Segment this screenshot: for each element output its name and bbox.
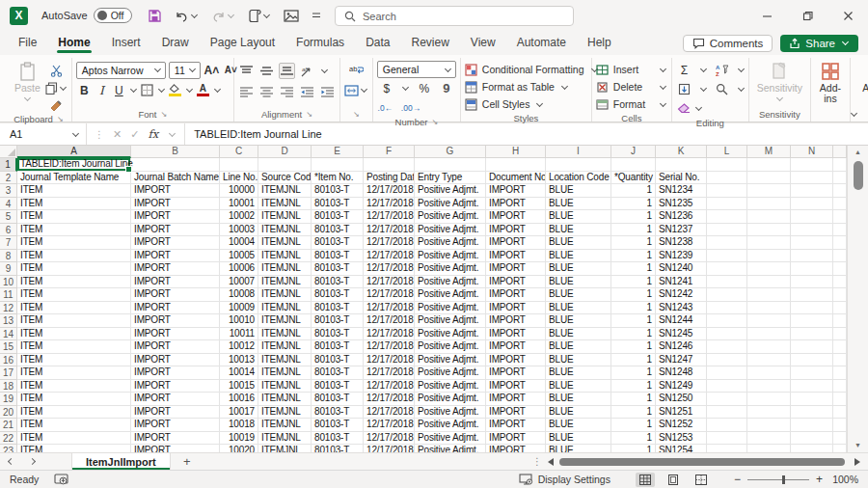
save-button[interactable]	[148, 9, 162, 23]
cell-F17[interactable]: 12/17/2018	[364, 366, 415, 380]
tab-automate[interactable]: Automate	[506, 33, 577, 54]
row-header-7[interactable]: 7	[0, 236, 17, 250]
cell-D2[interactable]: Source Code	[258, 172, 312, 185]
cell-G18[interactable]: Positive Adjmt.	[415, 380, 486, 393]
name-box[interactable]: A1	[0, 123, 87, 145]
row-header-2[interactable]: 2	[0, 172, 17, 185]
cell-H11[interactable]: IMPORT	[486, 288, 546, 302]
cell-E16[interactable]: 80103-T	[312, 354, 364, 367]
cell-J9[interactable]: 1	[611, 262, 656, 276]
cell-D11[interactable]: ITEMJNL	[258, 288, 312, 302]
cell-H7[interactable]: IMPORT	[486, 236, 546, 250]
italic-button[interactable]: I	[94, 82, 110, 98]
cell-K12[interactable]: SN1243	[656, 302, 707, 315]
row-header-17[interactable]: 17	[0, 366, 17, 380]
cell-F9[interactable]: 12/17/2018	[364, 262, 415, 276]
cell-K7[interactable]: SN1238	[656, 236, 707, 250]
cell-E19[interactable]: 80103-T	[312, 393, 364, 406]
cell-A3[interactable]: ITEM	[17, 184, 131, 198]
cell-I4[interactable]: BLUE	[546, 198, 611, 211]
autosum-button[interactable]: Σ	[676, 62, 692, 78]
top-align-button[interactable]	[238, 63, 255, 79]
cell-H12[interactable]: IMPORT	[486, 302, 546, 315]
cell-G19[interactable]: Positive Adjmt.	[415, 393, 486, 406]
cell-I6[interactable]: BLUE	[546, 224, 611, 237]
cell-C1[interactable]	[220, 158, 258, 172]
cell-I3[interactable]: BLUE	[546, 184, 611, 198]
cell-A19[interactable]: ITEM	[17, 393, 131, 406]
column-header-D[interactable]: D	[258, 146, 312, 158]
cell-B23[interactable]: IMPORT	[131, 445, 220, 452]
sort-filter-button[interactable]: AZ	[714, 62, 730, 78]
accounting-format-button[interactable]: $	[378, 80, 394, 96]
cell-N12[interactable]	[791, 302, 833, 315]
column-header-C[interactable]: C	[220, 146, 258, 158]
cell-N17[interactable]	[791, 366, 833, 380]
cell-C3[interactable]: 10000	[220, 184, 258, 198]
cell-M23[interactable]	[747, 445, 791, 452]
cell-H8[interactable]: IMPORT	[486, 250, 546, 263]
cell-E4[interactable]: 80103-T	[312, 198, 364, 211]
cell-D1[interactable]	[258, 158, 312, 172]
row-header-22[interactable]: 22	[0, 432, 17, 446]
cell-D5[interactable]: ITEMJNL	[258, 210, 312, 224]
cell-H3[interactable]: IMPORT	[486, 184, 546, 198]
cell-C19[interactable]: 10016	[220, 393, 258, 406]
insert-cells-button[interactable]: Insert	[596, 61, 667, 78]
cell-C12[interactable]: 10009	[220, 302, 258, 315]
zoom-slider-thumb[interactable]	[782, 475, 785, 484]
row-header-9[interactable]: 9	[0, 262, 17, 276]
cell-B17[interactable]: IMPORT	[131, 366, 220, 380]
row-header-20[interactable]: 20	[0, 406, 17, 420]
cell-B15[interactable]: IMPORT	[131, 340, 220, 354]
cell-N4[interactable]	[791, 198, 833, 211]
cell-D12[interactable]: ITEMJNL	[258, 302, 312, 315]
row-header-6[interactable]: 6	[0, 224, 17, 237]
cell-E21[interactable]: 80103-T	[312, 419, 364, 432]
cell-I17[interactable]: BLUE	[546, 366, 611, 380]
cell-E11[interactable]: 80103-T	[312, 288, 364, 302]
cell-A11[interactable]: ITEM	[17, 288, 131, 302]
cell-A21[interactable]: ITEM	[17, 419, 131, 432]
cell-E7[interactable]: 80103-T	[312, 236, 364, 250]
number-format-select[interactable]: General	[377, 61, 456, 78]
bottom-align-button[interactable]	[279, 63, 295, 79]
cell-J23[interactable]: 1	[611, 445, 656, 452]
cell-I12[interactable]: BLUE	[546, 302, 611, 315]
cell-G11[interactable]: Positive Adjmt.	[415, 288, 486, 302]
align-left-button[interactable]	[238, 84, 255, 100]
cell-H16[interactable]: IMPORT	[486, 354, 546, 367]
cell-N14[interactable]	[791, 328, 833, 341]
cell-D3[interactable]: ITEMJNL	[258, 184, 312, 198]
cell-H20[interactable]: IMPORT	[486, 406, 546, 420]
cell-N20[interactable]	[791, 406, 833, 420]
cell-B22[interactable]: IMPORT	[131, 432, 220, 446]
cell-G10[interactable]: Positive Adjmt.	[415, 276, 486, 289]
cell-M1[interactable]	[747, 158, 791, 172]
cell-J5[interactable]: 1	[611, 210, 656, 224]
cell-N9[interactable]	[791, 262, 833, 276]
zoom-out-button[interactable]: −	[734, 473, 741, 486]
cut-button[interactable]	[45, 63, 68, 79]
cell-E22[interactable]: 80103-T	[312, 432, 364, 446]
cell-L22[interactable]	[707, 432, 747, 446]
orientation-button[interactable]: ab	[299, 63, 315, 79]
cell-C15[interactable]: 10012	[220, 340, 258, 354]
cell-A14[interactable]: ITEM	[17, 328, 131, 341]
tab-view[interactable]: View	[460, 33, 506, 54]
cell-K17[interactable]: SN1248	[656, 366, 707, 380]
cell-H9[interactable]: IMPORT	[486, 262, 546, 276]
decrease-decimal-button[interactable]: .00→	[401, 99, 420, 116]
cell-I22[interactable]: BLUE	[546, 432, 611, 446]
cell-A20[interactable]: ITEM	[17, 406, 131, 420]
zoom-in-button[interactable]: +	[816, 473, 823, 486]
row-header-8[interactable]: 8	[0, 250, 17, 263]
cell-L10[interactable]	[707, 276, 747, 289]
cell-M17[interactable]	[747, 366, 791, 380]
cell-I10[interactable]: BLUE	[546, 276, 611, 289]
cell-A6[interactable]: ITEM	[17, 224, 131, 237]
tab-insert[interactable]: Insert	[101, 33, 151, 54]
cell-A15[interactable]: ITEM	[17, 340, 131, 354]
column-header-F[interactable]: F	[364, 146, 415, 158]
close-button[interactable]	[827, 0, 868, 31]
